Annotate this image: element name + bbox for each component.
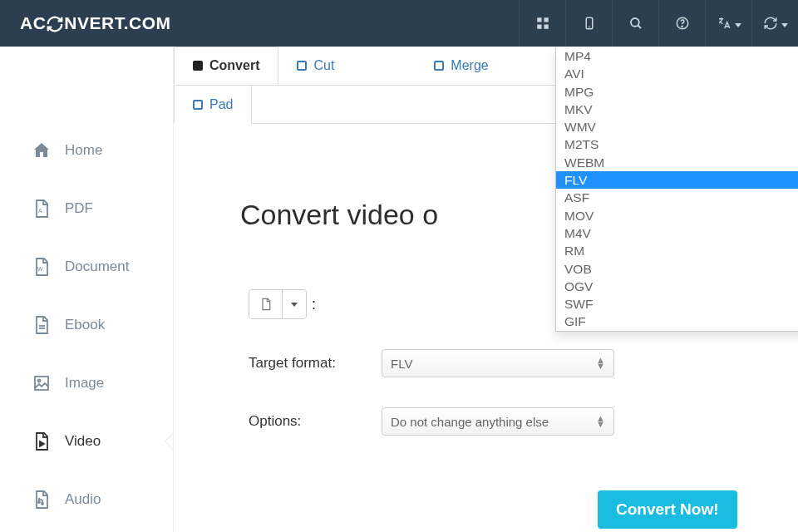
ebook-icon [32,315,52,335]
format-option-vob[interactable]: VOB [556,260,798,278]
refresh-icon [46,15,64,33]
sidebar: Home A PDF W Document Ebook Image Video … [0,47,173,532]
sidebar-item-label: Home [65,142,102,159]
svg-rect-14 [35,377,48,390]
options-row: Options: Do not change anything else ▲▼ [249,407,765,436]
sidebar-item-home[interactable]: Home [0,121,173,180]
sidebar-item-pdf[interactable]: A PDF [0,180,173,238]
format-option-ogv[interactable]: OGV [556,278,798,295]
tab-merge[interactable]: Merge [416,47,506,85]
svg-point-17 [42,503,43,505]
target-format-label: Target format: [249,355,382,372]
brand-prefix: AC [20,13,46,32]
main-panel: Convert Cut Merge Rotate Crop Pad Conver… [173,47,798,532]
sidebar-item-audio[interactable]: Audio [0,470,173,529]
updown-icon: ▲▼ [596,357,605,369]
sidebar-item-label: Audio [65,491,101,508]
search-icon[interactable] [612,0,658,47]
file-picker-group[interactable] [249,289,307,319]
svg-point-9 [682,26,682,27]
file-icon[interactable] [249,290,283,318]
sidebar-item-label: Video [65,433,101,450]
tab-label: Pad [209,97,233,112]
format-option-mp4[interactable]: MP4 [556,47,798,65]
file-source-dropdown-toggle[interactable] [283,290,306,318]
format-option-mkv[interactable]: MKV [556,101,798,118]
grid-icon[interactable] [519,0,565,47]
format-option-rm[interactable]: RM [556,242,798,259]
target-format-value: FLV [391,357,412,371]
video-icon [32,431,52,451]
sidebar-item-video[interactable]: Video [0,412,173,470]
format-option-swf[interactable]: SWF [556,295,798,313]
sidebar-item-ebook[interactable]: Ebook [0,296,173,354]
format-option-mpg[interactable]: MPG [556,83,798,101]
help-icon[interactable] [658,0,705,47]
updown-icon: ▲▼ [596,416,605,427]
sidebar-item-document[interactable]: W Document [0,238,173,296]
square-icon [297,61,307,71]
options-label: Options: [249,413,382,430]
target-format-row: Target format: FLV ▲▼ [249,349,765,377]
options-value: Do not change anything else [391,415,549,429]
brand-suffix: NVERT.COM [64,13,170,32]
format-option-gif[interactable]: GIF [556,313,798,330]
refresh-icon[interactable] [751,0,798,47]
top-header: ACNVERT.COM [0,0,798,47]
format-option-m4v[interactable]: M4V [556,224,798,242]
square-icon [434,61,444,71]
svg-point-16 [38,501,40,503]
tab-label: Convert [209,58,259,73]
home-icon [32,140,52,160]
sidebar-item-label: PDF [65,200,93,217]
svg-rect-1 [544,17,548,22]
tab-convert[interactable]: Convert [174,47,278,85]
square-icon [193,100,203,110]
pdf-icon: A [32,199,52,219]
format-option-wmv[interactable]: WMV [556,118,798,135]
format-option-asf[interactable]: ASF [556,189,798,206]
format-option-flv[interactable]: FLV [556,171,798,189]
translate-icon[interactable] [705,0,751,47]
svg-text:A: A [38,208,42,214]
format-option-avi[interactable]: AVI [556,65,798,82]
format-option-mov[interactable]: MOV [556,207,798,224]
svg-rect-2 [537,25,541,29]
format-option-m2ts[interactable]: M2TS [556,135,798,153]
svg-point-15 [38,380,41,382]
square-icon [193,61,203,71]
convert-now-button[interactable]: Convert Now! [598,490,737,529]
target-format-dropdown-list[interactable]: MP4AVIMPGMKVWMVM2TSWEBMFLVASFMOVM4VRMVOB… [555,47,798,332]
options-select[interactable]: Do not change anything else ▲▼ [382,407,614,436]
svg-line-7 [638,25,641,28]
colon-text: : [312,296,316,313]
audio-icon [32,490,52,510]
tab-cut[interactable]: Cut [278,47,352,85]
image-icon [32,373,52,393]
svg-point-6 [631,18,639,27]
svg-rect-0 [537,17,541,22]
sidebar-item-label: Image [65,375,104,392]
sidebar-item-label: Ebook [65,317,105,333]
svg-rect-3 [544,25,548,29]
sidebar-item-label: Document [65,259,129,275]
brand-logo[interactable]: ACNVERT.COM [0,13,171,33]
mobile-icon[interactable] [565,0,612,47]
target-format-select[interactable]: FLV ▲▼ [382,349,614,377]
sidebar-item-image[interactable]: Image [0,354,173,412]
tab-pad[interactable]: Pad [174,86,252,124]
doc-icon: W [32,257,52,277]
tab-label: Merge [451,58,488,73]
format-option-webm[interactable]: WEBM [556,154,798,171]
tab-label: Cut [313,58,334,73]
svg-text:W: W [37,266,43,272]
